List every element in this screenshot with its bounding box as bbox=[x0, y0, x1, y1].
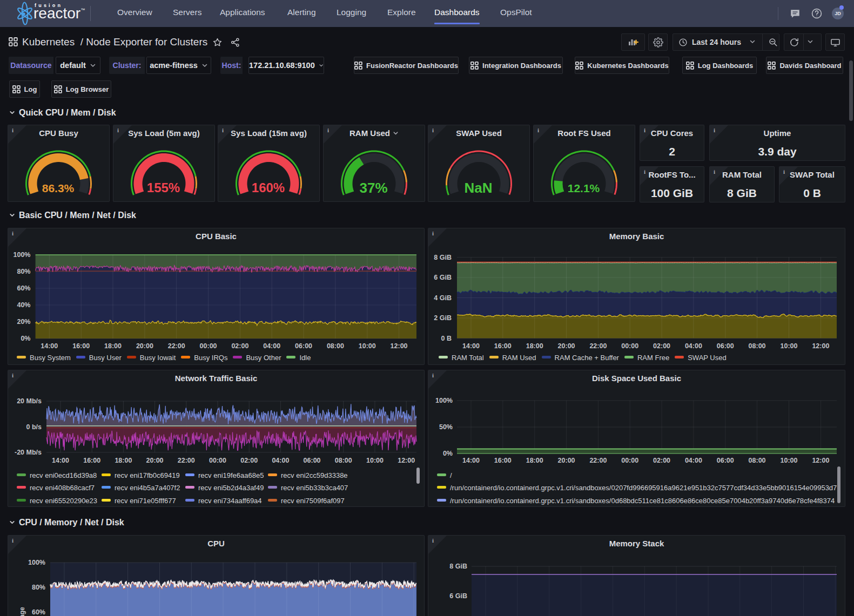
svg-text:20:00: 20:00 bbox=[558, 342, 575, 350]
svg-text:12:00: 12:00 bbox=[812, 342, 829, 350]
svg-text:18:00: 18:00 bbox=[526, 457, 543, 464]
svg-text:22:00: 22:00 bbox=[168, 342, 185, 350]
svg-text:-20 Mb/s: -20 Mb/s bbox=[15, 449, 42, 456]
svg-text:20:00: 20:00 bbox=[146, 457, 164, 464]
svg-text:155%: 155% bbox=[147, 180, 180, 195]
svg-text:14:00: 14:00 bbox=[52, 457, 69, 464]
svg-text:10:00: 10:00 bbox=[781, 457, 798, 464]
svg-text:20:00: 20:00 bbox=[136, 342, 153, 350]
svg-text:100%: 100% bbox=[28, 559, 45, 566]
svg-text:06:00: 06:00 bbox=[717, 457, 734, 464]
svg-text:0%: 0% bbox=[21, 335, 30, 342]
svg-text:10:00: 10:00 bbox=[366, 457, 384, 464]
svg-text:10:00: 10:00 bbox=[359, 342, 376, 350]
svg-text:22:00: 22:00 bbox=[589, 342, 607, 350]
svg-text:00:00: 00:00 bbox=[621, 342, 638, 350]
svg-text:50%: 50% bbox=[439, 423, 453, 431]
svg-text:06:00: 06:00 bbox=[295, 342, 312, 350]
svg-text:04:00: 04:00 bbox=[263, 342, 280, 350]
svg-text:20:00: 20:00 bbox=[558, 457, 575, 464]
svg-text:0%: 0% bbox=[443, 450, 453, 457]
svg-text:16:00: 16:00 bbox=[494, 457, 512, 464]
svg-text:20 Mb/s: 20 Mb/s bbox=[17, 397, 42, 405]
svg-text:14:00: 14:00 bbox=[462, 342, 480, 350]
svg-text:160%: 160% bbox=[252, 180, 285, 195]
svg-text:02:00: 02:00 bbox=[240, 457, 258, 464]
svg-text:02:00: 02:00 bbox=[653, 342, 670, 350]
svg-text:12.1%: 12.1% bbox=[568, 182, 600, 194]
svg-text:0 B: 0 B bbox=[441, 335, 452, 342]
svg-text:60%: 60% bbox=[32, 608, 45, 616]
svg-text:04:00: 04:00 bbox=[685, 342, 702, 350]
svg-text:12:00: 12:00 bbox=[398, 457, 415, 464]
svg-text:100%: 100% bbox=[435, 397, 453, 404]
svg-text:4 GiB: 4 GiB bbox=[434, 294, 452, 302]
svg-text:10:00: 10:00 bbox=[781, 342, 798, 350]
svg-text:8 GiB: 8 GiB bbox=[434, 254, 452, 261]
svg-text:18:00: 18:00 bbox=[115, 457, 132, 464]
svg-text:02:00: 02:00 bbox=[231, 342, 248, 350]
svg-text:18:00: 18:00 bbox=[104, 342, 122, 350]
svg-text:16:00: 16:00 bbox=[83, 457, 100, 464]
svg-text:02:00: 02:00 bbox=[653, 457, 670, 464]
svg-text:00:00: 00:00 bbox=[200, 342, 217, 350]
svg-text:20%: 20% bbox=[17, 318, 30, 326]
svg-text:80%: 80% bbox=[32, 584, 45, 591]
svg-text:12:00: 12:00 bbox=[391, 342, 408, 350]
svg-text:22:00: 22:00 bbox=[178, 457, 195, 464]
svg-text:00:00: 00:00 bbox=[621, 457, 638, 464]
svg-text:Percentage: Percentage bbox=[18, 607, 26, 616]
svg-text:100%: 100% bbox=[14, 251, 31, 259]
svg-text:18:00: 18:00 bbox=[526, 342, 543, 350]
svg-text:37%: 37% bbox=[359, 180, 387, 196]
svg-text:60%: 60% bbox=[17, 285, 30, 292]
svg-text:86.3%: 86.3% bbox=[42, 182, 75, 194]
svg-text:6 GiB: 6 GiB bbox=[449, 592, 467, 600]
svg-text:22:00: 22:00 bbox=[589, 457, 607, 464]
svg-text:06:00: 06:00 bbox=[717, 342, 734, 350]
svg-text:14:00: 14:00 bbox=[41, 342, 58, 350]
svg-text:04:00: 04:00 bbox=[685, 457, 702, 464]
svg-text:08:00: 08:00 bbox=[327, 342, 344, 350]
svg-text:08:00: 08:00 bbox=[749, 342, 766, 350]
svg-text:16:00: 16:00 bbox=[72, 342, 90, 350]
svg-text:6 GiB: 6 GiB bbox=[434, 274, 452, 281]
svg-text:8 GiB: 8 GiB bbox=[449, 563, 467, 570]
svg-text:04:00: 04:00 bbox=[272, 457, 289, 464]
svg-text:00:00: 00:00 bbox=[209, 457, 226, 464]
svg-text:0 b/s: 0 b/s bbox=[26, 423, 42, 431]
svg-text:40%: 40% bbox=[17, 301, 30, 309]
svg-text:08:00: 08:00 bbox=[749, 457, 766, 464]
svg-text:16:00: 16:00 bbox=[494, 342, 512, 350]
svg-text:12:00: 12:00 bbox=[812, 457, 829, 464]
svg-text:2 GiB: 2 GiB bbox=[434, 314, 452, 322]
svg-text:06:00: 06:00 bbox=[304, 457, 321, 464]
svg-text:08:00: 08:00 bbox=[335, 457, 352, 464]
svg-text:80%: 80% bbox=[17, 268, 30, 275]
svg-text:14:00: 14:00 bbox=[462, 457, 480, 464]
svg-text:NaN: NaN bbox=[464, 180, 492, 196]
